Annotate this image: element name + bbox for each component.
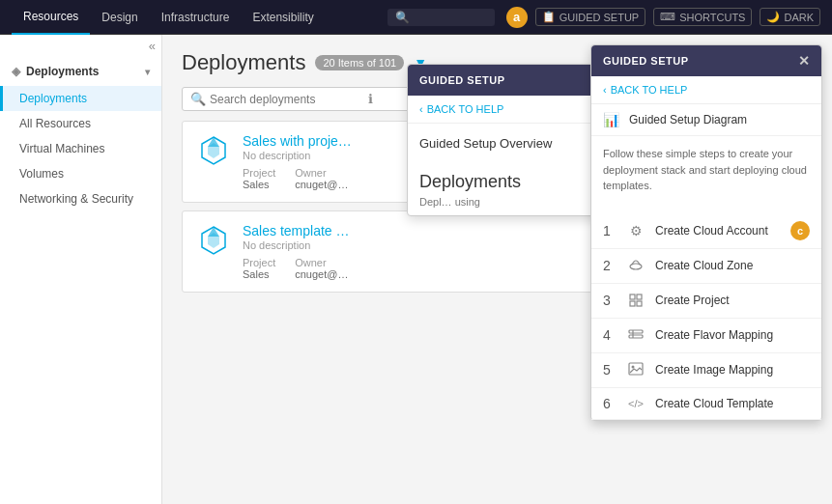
step-badge-c: c bbox=[790, 221, 810, 240]
guided-setup-button[interactable]: 📋 GUIDED SETUP bbox=[535, 8, 646, 26]
guided-panel-2-close[interactable]: ✕ bbox=[798, 53, 811, 69]
sidebar-item-all-resources[interactable]: All Resources bbox=[0, 111, 161, 136]
global-search[interactable]: 🔍 bbox=[387, 9, 495, 26]
global-search-input[interactable] bbox=[410, 11, 487, 24]
svg-point-6 bbox=[630, 264, 642, 269]
svg-rect-9 bbox=[630, 301, 635, 306]
nav-item-resources[interactable]: Resources bbox=[12, 0, 90, 35]
card-icon-1 bbox=[196, 223, 231, 258]
search-box[interactable]: 🔍 ℹ bbox=[182, 87, 414, 111]
step-item-2[interactable]: 3 Create Project bbox=[591, 284, 821, 319]
nav-item-design[interactable]: Design bbox=[90, 0, 149, 35]
nav-item-extensibility[interactable]: Extensibility bbox=[241, 0, 325, 35]
chevron-left-icon-2: ‹ bbox=[603, 84, 607, 96]
sidebar-item-deployments[interactable]: Deployments bbox=[0, 86, 161, 111]
shortcuts-icon: ⌨ bbox=[660, 11, 675, 23]
image-mapping-icon bbox=[626, 361, 646, 379]
search-icon: 🔍 bbox=[395, 11, 410, 24]
card-project-0: Project Sales bbox=[243, 167, 275, 190]
top-nav-right: a 📋 GUIDED SETUP ⌨ SHORTCUTS 🌙 DARK bbox=[506, 7, 820, 28]
top-navigation: Resources Design Infrastructure Extensib… bbox=[0, 0, 832, 35]
sidebar-item-networking-security[interactable]: Networking & Security bbox=[0, 186, 161, 211]
card-title-1[interactable]: Sales template … bbox=[243, 223, 582, 238]
cloud-account-icon: ⚙ bbox=[626, 223, 646, 238]
page-title: Deployments bbox=[182, 50, 305, 75]
guided-panel-2-description: Follow these simple steps to create your… bbox=[603, 146, 810, 194]
main-layout: « ◈ Deployments ▾ Deployments All Resour… bbox=[0, 35, 832, 504]
sidebar-section-deployments: ◈ Deployments ▾ Deployments All Resource… bbox=[0, 57, 161, 211]
step-item-5[interactable]: 6 </> Create Cloud Template bbox=[591, 388, 821, 420]
step-item-0[interactable]: 1 ⚙ Create Cloud Account c bbox=[591, 213, 821, 249]
guided-setup-badge[interactable]: a bbox=[506, 7, 528, 28]
sidebar: « ◈ Deployments ▾ Deployments All Resour… bbox=[0, 35, 162, 504]
deployments-icon: ◈ bbox=[12, 65, 20, 78]
svg-marker-2 bbox=[208, 137, 219, 147]
chevron-down-icon: ▾ bbox=[145, 67, 150, 77]
svg-rect-7 bbox=[630, 294, 635, 299]
card-meta-1: Project Sales Owner cnuget@… bbox=[243, 257, 582, 280]
shortcuts-button[interactable]: ⌨ SHORTCUTS bbox=[653, 8, 752, 26]
svg-rect-10 bbox=[637, 301, 642, 306]
dark-mode-button[interactable]: 🌙 DARK bbox=[760, 8, 820, 26]
step-item-3[interactable]: 4 Create Flavor Mapping bbox=[591, 319, 821, 353]
sidebar-item-volumes[interactable]: Volumes bbox=[0, 161, 161, 186]
svg-rect-12 bbox=[629, 335, 643, 338]
card-project-1: Project Sales bbox=[243, 257, 275, 280]
svg-rect-8 bbox=[637, 294, 642, 299]
project-icon bbox=[626, 292, 646, 310]
info-icon[interactable]: ℹ bbox=[368, 92, 373, 106]
card-owner-0: Owner cnuget@… bbox=[295, 167, 348, 190]
sidebar-collapse-button[interactable]: « bbox=[0, 35, 161, 57]
step-item-4[interactable]: 5 Create Image Mapping bbox=[591, 353, 821, 388]
diagram-icon: 📊 bbox=[603, 112, 619, 127]
sidebar-item-virtual-machines[interactable]: Virtual Machines bbox=[0, 136, 161, 161]
guided-panel-2-body: Follow these simple steps to create your… bbox=[591, 136, 821, 213]
svg-marker-5 bbox=[208, 227, 219, 237]
svg-rect-11 bbox=[629, 330, 643, 333]
step-item-1[interactable]: 2 Create Cloud Zone bbox=[591, 249, 821, 284]
nav-item-infrastructure[interactable]: Infrastructure bbox=[150, 0, 242, 35]
search-icon: 🔍 bbox=[190, 92, 206, 106]
guided-setup-diagram-item[interactable]: 📊 Guided Setup Diagram bbox=[591, 104, 821, 136]
card-info-1: Sales template … No description Project … bbox=[243, 223, 582, 280]
guided-setup-icon: 📋 bbox=[542, 11, 556, 23]
sidebar-group-deployments[interactable]: ◈ Deployments ▾ bbox=[0, 57, 161, 86]
search-input[interactable] bbox=[210, 93, 364, 106]
moon-icon: 🌙 bbox=[766, 11, 780, 23]
cloud-template-icon: </> bbox=[626, 398, 646, 409]
chevron-left-icon: ‹ bbox=[419, 103, 423, 115]
count-badge: 20 Items of 101 bbox=[315, 55, 404, 70]
card-icon-0 bbox=[196, 133, 231, 168]
svg-point-15 bbox=[632, 365, 635, 368]
content-area: Deployments 20 Items of 101 ▼ 🔍 ℹ | Sort… bbox=[162, 35, 832, 504]
card-owner-1: Owner cnuget@… bbox=[295, 257, 348, 280]
card-desc-1: No description bbox=[243, 239, 582, 251]
cloud-zone-icon bbox=[626, 257, 646, 275]
guided-panel-2-back[interactable]: ‹ BACK TO HELP bbox=[591, 76, 821, 104]
guided-panel-2: GUIDED SETUP ✕ ‹ BACK TO HELP 📊 Guided S… bbox=[590, 44, 822, 421]
flavor-mapping-icon bbox=[626, 326, 646, 345]
guided-panel-2-header: GUIDED SETUP ✕ bbox=[591, 45, 821, 76]
